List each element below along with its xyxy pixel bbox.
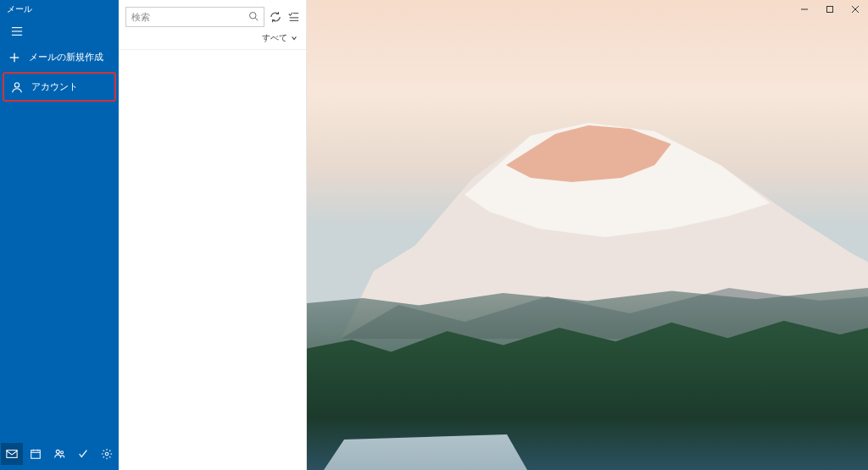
search-row xyxy=(119,0,306,30)
bottom-nav xyxy=(0,438,119,470)
people-icon xyxy=(53,448,65,460)
minimize-icon xyxy=(800,5,809,14)
accounts-button[interactable]: アカウント xyxy=(3,72,116,102)
refresh-icon xyxy=(270,11,281,23)
settings-nav-button[interactable] xyxy=(96,443,118,465)
maximize-button[interactable] xyxy=(817,0,843,19)
minimize-button[interactable] xyxy=(792,0,817,19)
compose-label: メールの新規作成 xyxy=(29,51,103,64)
select-mode-button[interactable] xyxy=(287,8,300,25)
sync-button[interactable] xyxy=(270,8,282,25)
close-button[interactable] xyxy=(843,0,868,19)
svg-point-11 xyxy=(56,450,59,453)
svg-point-14 xyxy=(250,13,257,19)
chevron-down-icon xyxy=(291,35,298,41)
menu-button[interactable] xyxy=(0,19,34,44)
mail-icon xyxy=(6,448,18,460)
svg-rect-6 xyxy=(7,451,17,458)
plus-icon xyxy=(8,52,20,64)
mail-nav-button[interactable] xyxy=(1,443,23,465)
people-nav-button[interactable] xyxy=(48,443,70,465)
message-list-panel: すべて xyxy=(119,0,307,470)
hamburger-icon xyxy=(11,25,23,37)
close-icon xyxy=(851,5,860,14)
todo-nav-button[interactable] xyxy=(72,443,94,465)
gear-icon xyxy=(101,448,113,460)
svg-point-13 xyxy=(105,452,108,456)
sidebar: メール メールの新規作成 アカウント xyxy=(0,0,119,470)
svg-rect-20 xyxy=(827,7,833,13)
search-input[interactable] xyxy=(131,12,248,22)
filter-row: すべて xyxy=(119,30,306,50)
reading-pane xyxy=(307,0,868,470)
search-icon xyxy=(248,11,259,23)
selection-icon xyxy=(287,11,299,23)
calendar-icon xyxy=(30,448,42,460)
check-icon xyxy=(77,448,89,460)
svg-rect-7 xyxy=(31,451,41,459)
maximize-icon xyxy=(826,5,834,14)
search-box[interactable] xyxy=(125,7,264,27)
person-icon xyxy=(11,81,23,93)
accounts-label: アカウント xyxy=(31,80,78,93)
svg-point-5 xyxy=(14,82,19,86)
window-controls xyxy=(792,0,868,19)
app-title: メール xyxy=(0,0,119,19)
calendar-nav-button[interactable] xyxy=(25,443,47,465)
svg-line-15 xyxy=(255,18,258,20)
svg-point-12 xyxy=(61,451,64,454)
filter-dropdown[interactable]: すべて xyxy=(262,32,298,44)
compose-button[interactable]: メールの新規作成 xyxy=(0,44,119,70)
filter-label-text: すべて xyxy=(262,32,287,44)
